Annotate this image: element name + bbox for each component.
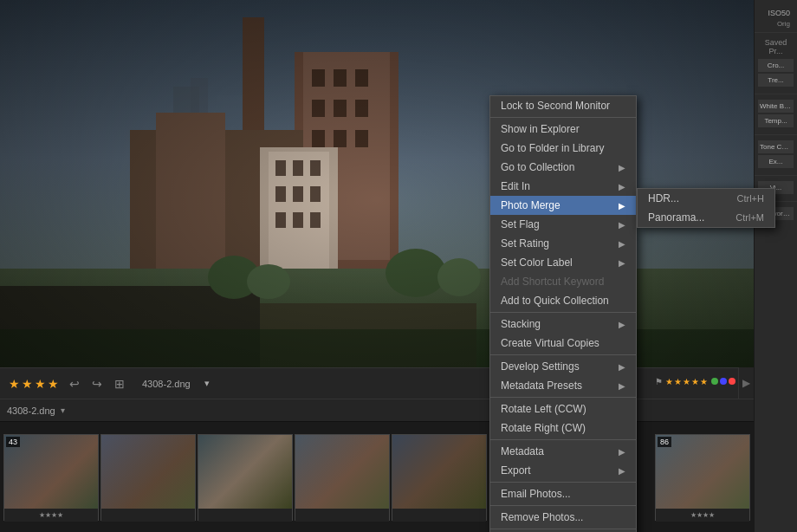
filmstrip-header: 4308-2.dng ▾ [0, 399, 754, 422]
menu-separator [490, 397, 636, 398]
submenu-item-panorama[interactable]: Panorama...Ctrl+M [638, 208, 774, 227]
menu-item-label-export: Export [501, 464, 531, 477]
menu-item-add-shortcut: Add Shortcut Keyword [490, 272, 636, 291]
menu-item-lock-second-monitor[interactable]: Lock to Second Monitor [490, 96, 636, 115]
menu-separator [490, 482, 636, 483]
menu-item-set-color-label[interactable]: Set Color Label▶ [490, 253, 636, 272]
menu-item-go-to-folder[interactable]: Go to Folder in Library [490, 139, 636, 158]
menu-item-set-rating[interactable]: Set Rating▶ [490, 234, 636, 253]
menu-item-label-add-quick-collection: Add to Quick Collection [501, 295, 609, 307]
thumb-image [101, 435, 195, 509]
menu-item-label-set-color-label: Set Color Label [501, 256, 573, 269]
menu-separator [490, 505, 636, 506]
scroll-right-arrow[interactable]: ▶ [738, 367, 754, 399]
filmstrip-dropdown-arrow[interactable]: ▾ [61, 405, 65, 415]
rp-crop[interactable]: Cro... [758, 59, 794, 72]
rotate-left-icon[interactable]: ↩ [66, 375, 83, 393]
survey-icon[interactable]: ⊞ [111, 375, 128, 393]
menu-item-email-photos[interactable]: Email Photos... [490, 484, 636, 503]
menu-item-stacking[interactable]: Stacking▶ [490, 315, 636, 334]
menu-item-set-flag[interactable]: Set Flag▶ [490, 215, 636, 234]
thumb-stars: ★★★★ [690, 511, 715, 519]
red-dot [729, 378, 735, 385]
menu-separator [490, 312, 636, 313]
list-item[interactable]: 43 ★★★★ [3, 434, 99, 521]
rp-iso-section: ISO50 Orig [755, 3, 797, 33]
rp-tone-section: Tone Col... Ex... [755, 135, 797, 176]
menu-item-rotate-left[interactable]: Rotate Left (CCW) [490, 399, 636, 418]
menu-item-label-remove-photos: Remove Photos... [501, 511, 583, 523]
menu-item-develop-settings[interactable]: Develop Settings▶ [490, 357, 636, 376]
submenu-arrow-edit-in: ▶ [619, 182, 625, 191]
thumb-badge: 86 [658, 437, 671, 447]
submenu-arrow-develop-settings: ▶ [619, 362, 625, 372]
rp-white-balance[interactable]: White Ba... [758, 100, 794, 113]
list-item[interactable] [198, 434, 293, 521]
rp-saved-presets: Saved Pr... Cro... Tre... [755, 33, 797, 94]
list-item[interactable]: 86 ★★★★ [655, 434, 750, 521]
filename-label: 4308-2.dng [142, 379, 191, 389]
filmstrip-rating-bar: ⚑ ★★★★★ [650, 369, 736, 393]
submenu-item-hdr[interactable]: HDR...Ctrl+H [638, 189, 774, 208]
submenu-arrow-metadata: ▶ [619, 447, 625, 457]
menu-item-label-rotate-left: Rotate Left (CCW) [501, 403, 586, 415]
menu-item-label-email-photos: Email Photos... [501, 488, 571, 500]
menu-item-photo-merge[interactable]: Photo Merge▶ [490, 196, 636, 215]
menu-item-metadata[interactable]: Metadata▶ [490, 442, 636, 461]
menu-separator [490, 117, 636, 118]
thumb-footer [295, 509, 389, 522]
menu-item-label-lock-second-monitor: Lock to Second Monitor [501, 100, 610, 112]
menu-item-go-to-collection[interactable]: Go to Collection▶ [490, 158, 636, 177]
menu-item-label-metadata-presets: Metadata Presets [501, 380, 582, 392]
menu-item-label-set-flag: Set Flag [501, 218, 540, 230]
thumb-footer: ★★★★ [656, 509, 749, 522]
menu-item-label-go-to-folder: Go to Folder in Library [501, 142, 604, 154]
rp-tone-col[interactable]: Tone Col... [758, 140, 794, 153]
right-panel: ISO50 Orig Saved Pr... Cro... Tre... Whi… [754, 0, 797, 532]
list-item[interactable] [295, 434, 390, 521]
submenu-shortcut-hdr: Ctrl+H [737, 193, 764, 204]
menu-item-add-quick-collection[interactable]: Add to Quick Collection [490, 291, 636, 310]
thumb-footer [101, 509, 195, 522]
color-dots [711, 378, 735, 385]
menu-item-show-in-explorer[interactable]: Show in Explorer [490, 120, 636, 139]
rp-section-label: Saved Pr... [758, 38, 794, 55]
bottom-controls-bar: ★★★★ ↩ ↪ ⊞ 4308-2.dng ▾ [0, 367, 754, 399]
submenu-shortcut-panorama: Ctrl+M [735, 212, 764, 223]
menu-separator [490, 529, 636, 529]
menu-separator [490, 439, 636, 440]
menu-item-export[interactable]: Export▶ [490, 461, 636, 480]
thumb-badge: 43 [6, 437, 20, 447]
submenu-item-label-hdr: HDR... [648, 192, 679, 204]
star-rating[interactable]: ★★★★ [9, 377, 61, 391]
submenu-arrow-go-to-collection: ▶ [619, 163, 625, 172]
green-dot [711, 378, 718, 385]
rp-temp[interactable]: Temp... [758, 114, 794, 127]
submenu-arrow-photo-merge: ▶ [619, 201, 625, 211]
filmstrip-filename: 4308-2.dng [7, 405, 55, 416]
submenu-arrow-set-flag: ▶ [619, 220, 625, 230]
submenu-arrow-metadata-presets: ▶ [619, 381, 625, 391]
menu-item-rotate-right[interactable]: Rotate Right (CW) [490, 418, 636, 438]
menu-separator [490, 354, 636, 355]
thumb-footer [392, 509, 486, 522]
thumb-stars: ★★★★ [39, 511, 63, 519]
rp-treatment[interactable]: Tre... [758, 74, 794, 87]
iso-value: ISO50 [758, 7, 794, 19]
menu-item-create-virtual[interactable]: Create Virtual Copies [490, 334, 636, 353]
rp-exposure[interactable]: Ex... [758, 155, 794, 168]
context-menu: Lock to Second MonitorShow in ExplorerGo… [489, 95, 637, 532]
file-arrow[interactable]: ▾ [204, 378, 210, 389]
menu-item-metadata-presets[interactable]: Metadata Presets▶ [490, 376, 636, 395]
menu-item-edit-in[interactable]: Edit In▶ [490, 177, 636, 196]
filmstrip-stars[interactable]: ★★★★★ [665, 377, 709, 386]
rotate-right-icon[interactable]: ↪ [88, 375, 106, 393]
list-item[interactable] [392, 434, 487, 521]
menu-item-label-create-virtual: Create Virtual Copies [501, 337, 599, 349]
list-item[interactable] [100, 434, 196, 521]
menu-item-label-add-shortcut: Add Shortcut Keyword [501, 276, 604, 288]
menu-item-remove-photos[interactable]: Remove Photos... [490, 508, 636, 527]
flag-icon[interactable]: ⚑ [655, 377, 663, 386]
filmstrip-images: 43 ★★★★ [0, 422, 754, 532]
menu-item-label-photo-merge: Photo Merge [501, 199, 560, 211]
